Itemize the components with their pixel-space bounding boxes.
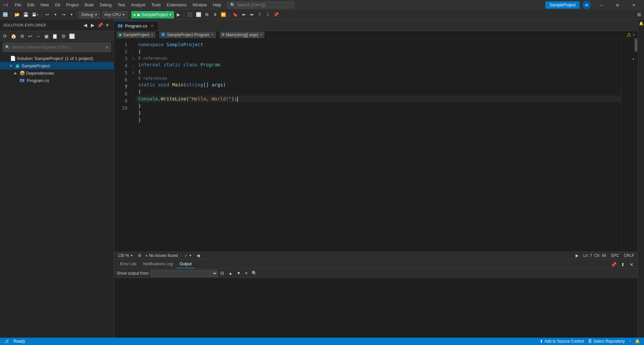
- save-btn[interactable]: 💾: [22, 11, 30, 18]
- breadcrumb-method-dropdown[interactable]: ⚙ Main(string[] args) ▼: [220, 32, 265, 38]
- sidebar-back-btn[interactable]: ◀: [82, 22, 88, 28]
- layout-btn[interactable]: ⊞: [635, 11, 643, 18]
- tree-dependencies[interactable]: ▶ 📦 Dependencies: [0, 69, 114, 77]
- open-btn[interactable]: 📂: [13, 11, 21, 18]
- minimize-button[interactable]: —: [594, 0, 609, 10]
- run-button[interactable]: ▶ ▶ SampleProject ▼: [131, 11, 174, 18]
- issues-indicator[interactable]: ● No issues found: [145, 253, 178, 258]
- undo-dropdown[interactable]: ▼: [52, 11, 59, 18]
- fold-5[interactable]: ⊟: [131, 69, 136, 76]
- breadcrumb-project-dropdown[interactable]: ▣ SampleProject ▼: [117, 32, 155, 38]
- user-avatar[interactable]: IA: [582, 1, 591, 9]
- tab-notifications-log[interactable]: Notifications Log: [140, 260, 176, 268]
- tree-solution[interactable]: 📄 Solution 'SampleProject' (1 of 1 proje…: [0, 55, 114, 62]
- tab-programcs[interactable]: C# Program.cs ✕: [114, 21, 158, 31]
- select-repository-btn[interactable]: 🗄 Select Repository: [587, 339, 626, 344]
- breadcrumb-namespace-dropdown[interactable]: 🔷 SampleProject.Program ▼: [159, 32, 216, 38]
- sidebar-forward-btn[interactable]: ▶: [90, 22, 96, 28]
- toolbar-btn-8[interactable]: ➡: [248, 11, 255, 18]
- menu-tools[interactable]: Tools: [149, 1, 163, 9]
- spelling-icon[interactable]: ⚙: [137, 253, 143, 258]
- new-file-btn[interactable]: 🆕: [1, 11, 9, 18]
- menu-test[interactable]: Test: [115, 1, 128, 9]
- tab-close-btn[interactable]: ✕: [149, 23, 155, 29]
- sidebar-search-options-icon[interactable]: ⚙: [105, 45, 109, 50]
- toolbar-btn-2[interactable]: ⬜: [195, 11, 203, 18]
- undo-btn[interactable]: ↩: [44, 11, 51, 18]
- vertical-scrollbar[interactable]: [635, 39, 637, 252]
- nav-left-btn[interactable]: ◀: [196, 253, 201, 258]
- toolbar-btn-11[interactable]: 📌: [272, 11, 280, 18]
- output-source-select[interactable]: [151, 270, 218, 277]
- output-clear-btn[interactable]: ⊟: [219, 270, 225, 277]
- nav-right-btn[interactable]: ▶: [575, 253, 580, 258]
- sidebar-toolbar-btn-3[interactable]: ⚙: [18, 32, 26, 40]
- sidebar-toolbar-btn-1[interactable]: ⟳: [1, 32, 9, 40]
- toolbar-btn-9[interactable]: ⤴: [256, 11, 263, 18]
- sidebar-search-input[interactable]: [12, 45, 103, 50]
- redo-btn[interactable]: ↪: [60, 11, 67, 18]
- output-wrap-btn[interactable]: ≡: [244, 270, 249, 277]
- title-search-box[interactable]: 🔍 Search (Ctrl+Q): [227, 2, 294, 8]
- git-branch-icon[interactable]: ⎇: [3, 339, 10, 344]
- config-dropdown[interactable]: Debug ▼: [79, 11, 100, 18]
- menu-project[interactable]: Project: [63, 1, 81, 9]
- task-list-icon[interactable]: ✓ ▼: [183, 253, 193, 258]
- toolbar-btn-1[interactable]: ⬛: [186, 11, 194, 18]
- menu-build[interactable]: Build: [82, 1, 97, 9]
- fold-3[interactable]: ⊟: [131, 55, 136, 62]
- sidebar-toolbar-btn-5[interactable]: ↔: [35, 32, 42, 40]
- zoom-level[interactable]: 130 % ▼: [117, 253, 134, 258]
- menu-git[interactable]: Git: [52, 1, 63, 9]
- encoding-info[interactable]: SPC: [610, 253, 620, 258]
- output-filter-btn2[interactable]: ▼: [235, 270, 242, 277]
- menu-edit[interactable]: Edit: [24, 1, 37, 9]
- tree-project[interactable]: ▼ ▣ SampleProject: [0, 62, 114, 69]
- toolbar-btn-4[interactable]: ⏸: [211, 11, 219, 18]
- save-all-btn[interactable]: 💾+: [31, 11, 40, 18]
- code-content[interactable]: namespace SampleProject { 0 references: [136, 39, 621, 252]
- tab-output[interactable]: Output: [176, 260, 195, 268]
- sidebar-toolbar-btn-2[interactable]: 🏠: [9, 32, 18, 40]
- sidebar-pin-btn[interactable]: 📌: [97, 22, 103, 28]
- notifications-panel-btn[interactable]: 🔔: [639, 21, 644, 26]
- menu-analyze[interactable]: Analyze: [128, 1, 148, 9]
- toolbar-btn-3[interactable]: ⚙: [203, 11, 211, 18]
- menu-file[interactable]: File: [12, 1, 24, 9]
- code-editor[interactable]: 1 2 3 4 5 6 7 8 9 10 │: [114, 39, 638, 252]
- sidebar-toolbar-btn-6[interactable]: ▣: [43, 32, 50, 40]
- menu-window[interactable]: Window: [190, 1, 210, 9]
- sidebar-search-box[interactable]: 🔍 ⚙: [3, 43, 111, 52]
- menu-extensions[interactable]: Extensions: [164, 1, 189, 9]
- sidebar-toolbar-btn-7[interactable]: 📋: [51, 32, 59, 40]
- notifications-btn[interactable]: 🔔: [634, 339, 641, 344]
- sidebar-toolbar-btn-4[interactable]: ↩: [26, 32, 34, 40]
- output-pin-btn[interactable]: 📌: [609, 261, 618, 268]
- toolbar-btn-10[interactable]: ⤵: [264, 11, 271, 18]
- output-filter-btn[interactable]: ▲: [227, 270, 234, 277]
- redo-dropdown[interactable]: ▼: [68, 11, 75, 18]
- line-ending-info[interactable]: CRLF: [623, 253, 635, 258]
- close-button[interactable]: ✕: [626, 0, 641, 10]
- sidebar-toolbar-btn-8[interactable]: ⚙: [60, 32, 67, 40]
- output-expand-btn[interactable]: ⬆: [619, 261, 627, 268]
- live-share-icon-btn[interactable]: ↑: [628, 339, 632, 344]
- debug-btn[interactable]: ▶: [175, 11, 182, 18]
- output-close-btn[interactable]: ✕: [628, 261, 635, 268]
- tab-error-list[interactable]: Error List: [117, 260, 140, 268]
- add-column-btn[interactable]: +: [633, 32, 635, 38]
- menu-debug[interactable]: Debug: [97, 1, 114, 9]
- sidebar-close-btn[interactable]: ✕: [104, 22, 110, 28]
- toolbar-btn-6[interactable]: 🔖: [231, 11, 239, 18]
- menu-view[interactable]: View: [38, 1, 52, 9]
- restore-button[interactable]: ⧉: [610, 0, 625, 10]
- tree-programcs[interactable]: C# Program.cs: [0, 77, 114, 84]
- output-find-btn[interactable]: 🔍: [250, 270, 258, 277]
- sidebar-toolbar-btn-9[interactable]: ⬜: [68, 32, 76, 40]
- toolbar-btn-7[interactable]: ⬅: [240, 11, 247, 18]
- scrollbar-thumb[interactable]: [635, 39, 637, 52]
- platform-dropdown[interactable]: Any CPU ▼: [102, 11, 127, 18]
- add-to-source-control-btn[interactable]: ⬆ Add to Source Control: [538, 339, 585, 344]
- menu-help[interactable]: Help: [210, 1, 224, 9]
- toolbar-btn-5[interactable]: ⏩: [219, 11, 227, 18]
